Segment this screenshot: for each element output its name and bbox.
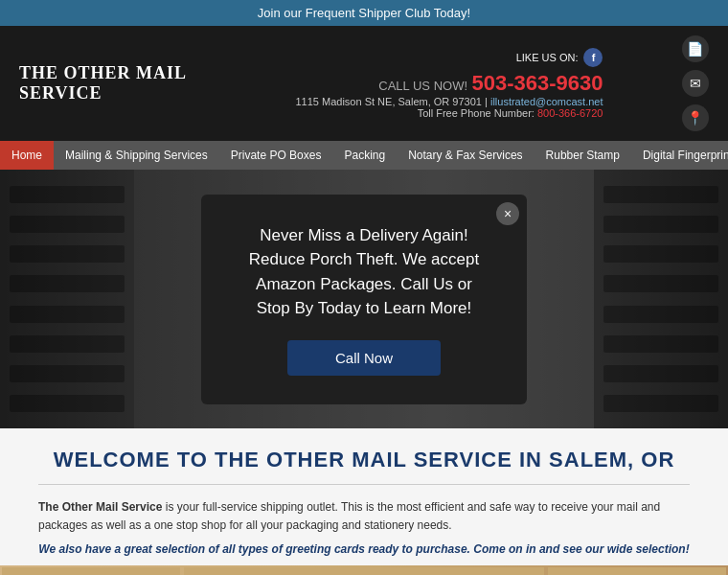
- bottom-image-strip: [0, 565, 728, 575]
- toll-free-number[interactable]: 800-366-6720: [537, 107, 603, 119]
- popup-message: Never Miss a Delivery Again! Reduce Porc…: [239, 223, 489, 321]
- hero-section: × Never Miss a Delivery Again! Reduce Po…: [0, 170, 728, 428]
- header-contact: LIKE US ON: f CALL US NOW! 503-363-9630 …: [296, 48, 603, 119]
- facebook-icon[interactable]: f: [583, 48, 603, 67]
- header-icon-group: 📄 ✉ 📍: [682, 35, 709, 131]
- nav-item-home[interactable]: Home: [0, 141, 54, 170]
- top-bar: Join our Frequent Shipper Club Today!: [0, 0, 728, 26]
- top-bar-message: Join our Frequent Shipper Club Today!: [258, 6, 470, 20]
- nav-item-rubber-stamp[interactable]: Rubber Stamp: [535, 141, 631, 170]
- brand-name: The Other Mail Service: [38, 500, 162, 514]
- welcome-highlight: We also have a great selection of all ty…: [38, 542, 690, 556]
- site-logo: THE OTHER MAIL SERVICE: [19, 63, 230, 104]
- popup-dialog: × Never Miss a Delivery Again! Reduce Po…: [201, 195, 527, 404]
- toll-free-row: Toll Free Phone Number: 800-366-6720: [296, 107, 603, 119]
- welcome-section: WELCOME TO THE OTHER MAIL SERVICE IN SAL…: [0, 428, 728, 565]
- nav-item-fingerprinting[interactable]: Digital Fingerprinting: [631, 141, 728, 170]
- phone-number[interactable]: 503-363-9630: [471, 71, 603, 95]
- main-nav: Home Mailing & Shipping Services Private…: [0, 141, 728, 170]
- popup-overlay: × Never Miss a Delivery Again! Reduce Po…: [0, 170, 728, 428]
- envelope-icon-btn[interactable]: ✉: [682, 70, 709, 97]
- strip-seg-4: [548, 567, 726, 575]
- welcome-title: WELCOME TO THE OTHER MAIL SERVICE IN SAL…: [38, 448, 690, 472]
- location-icon-btn[interactable]: 📍: [682, 104, 709, 131]
- popup-close-button[interactable]: ×: [496, 202, 519, 225]
- call-now-button[interactable]: Call Now: [287, 340, 441, 376]
- call-now-row: CALL US NOW! 503-363-9630: [296, 71, 603, 96]
- nav-item-packing[interactable]: Packing: [332, 141, 397, 170]
- nav-item-notary[interactable]: Notary & Fax Services: [397, 141, 534, 170]
- header: THE OTHER MAIL SERVICE LIKE US ON: f CAL…: [0, 26, 728, 141]
- document-icon-btn[interactable]: 📄: [682, 35, 709, 62]
- strip-seg-3: [366, 567, 544, 575]
- welcome-description: The Other Mail Service is your full-serv…: [38, 498, 690, 535]
- strip-seg-2: [184, 567, 362, 575]
- welcome-divider: [38, 484, 690, 485]
- nav-item-mailing[interactable]: Mailing & Shipping Services: [54, 141, 219, 170]
- like-us-label: LIKE US ON:: [516, 52, 579, 63]
- nav-item-po-boxes[interactable]: Private PO Boxes: [219, 141, 333, 170]
- call-label: CALL US NOW!: [378, 79, 467, 93]
- email-link[interactable]: illustrated@comcast.net: [490, 96, 603, 107]
- address-line: 1115 Madison St NE, Salem, OR 97301 | il…: [296, 96, 603, 107]
- like-us-row: LIKE US ON: f: [296, 48, 603, 67]
- strip-seg-1: [2, 567, 180, 575]
